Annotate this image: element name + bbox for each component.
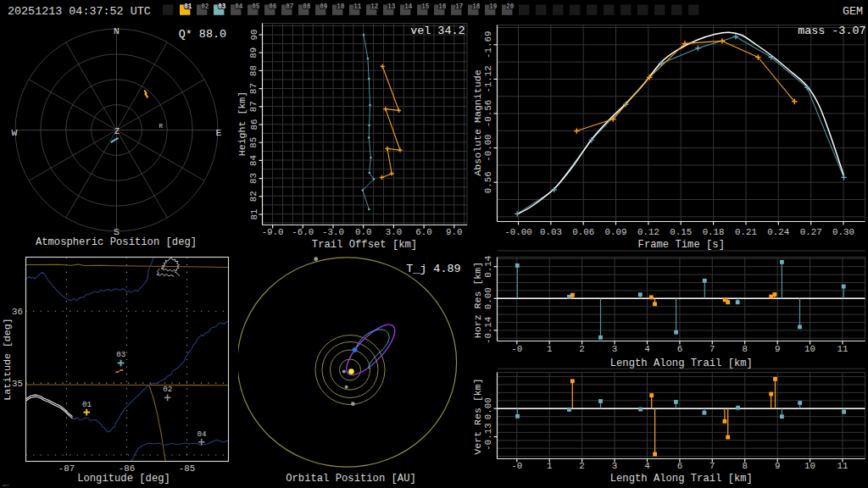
svg-text:-9.0: -9.0	[262, 227, 284, 237]
svg-text:Q* 88.0: Q* 88.0	[179, 28, 226, 41]
svg-text:-6.0: -6.0	[292, 227, 314, 237]
svg-text:10: 10	[804, 461, 815, 471]
svg-text:85: 85	[249, 137, 259, 148]
svg-text:3.0: 3.0	[386, 227, 402, 237]
svg-text:2: 2	[579, 461, 584, 471]
svg-text:R: R	[159, 123, 164, 130]
svg-text:2: 2	[579, 344, 584, 354]
svg-text:0.14: 0.14	[483, 256, 493, 278]
svg-text:-0.13: -0.13	[483, 423, 493, 450]
svg-text:3: 3	[612, 461, 617, 471]
svg-text:N: N	[114, 25, 120, 36]
svg-text:vel 34.2: vel 34.2	[410, 25, 465, 37]
svg-text:0.0: 0.0	[355, 227, 371, 237]
svg-text:Length Along Trail [km]: Length Along Trail [km]	[610, 358, 753, 369]
svg-text:04: 04	[197, 430, 207, 439]
svg-text:-3.0: -3.0	[322, 227, 344, 237]
svg-text:Z: Z	[114, 127, 120, 136]
svg-text:0.12: 0.12	[637, 227, 659, 237]
svg-text:-1.69: -1.69	[483, 31, 493, 58]
svg-text:0.09: 0.09	[605, 227, 627, 237]
svg-text:Length Along Trail [km]: Length Along Trail [km]	[610, 473, 753, 485]
svg-text:0.18: 0.18	[703, 227, 725, 237]
svg-text:11: 11	[353, 2, 361, 11]
svg-text:17: 17	[455, 2, 463, 11]
svg-text:0.27: 0.27	[800, 227, 822, 237]
svg-text:89: 89	[249, 47, 259, 58]
svg-text:GMT: GMT	[3, 484, 9, 487]
svg-text:03: 03	[116, 350, 125, 359]
svg-text:Longitude [deg]: Longitude [deg]	[77, 473, 170, 485]
svg-text:10: 10	[804, 344, 815, 354]
svg-text:14: 14	[404, 2, 412, 11]
svg-text:20251213 04:37:52 UTC: 20251213 04:37:52 UTC	[8, 5, 151, 18]
svg-text:05: 05	[252, 2, 259, 11]
svg-text:4: 4	[644, 344, 649, 354]
svg-text:0.56: 0.56	[483, 171, 493, 193]
svg-text:09: 09	[320, 2, 327, 11]
svg-text:9.0: 9.0	[446, 227, 462, 237]
svg-text:0.00: 0.00	[483, 397, 493, 419]
svg-text:GEM: GEM	[843, 5, 863, 18]
svg-text:Trail Offset [km]: Trail Offset [km]	[312, 239, 417, 251]
svg-text:9: 9	[775, 344, 780, 354]
svg-text:16: 16	[438, 2, 446, 11]
svg-text:-0: -0	[511, 344, 522, 354]
svg-text:06: 06	[269, 2, 276, 11]
svg-text:8: 8	[742, 461, 747, 471]
svg-text:-1.12: -1.12	[483, 65, 493, 92]
svg-text:3: 3	[612, 344, 617, 354]
svg-text:0.30: 0.30	[832, 227, 854, 237]
svg-text:4: 4	[644, 461, 649, 471]
svg-text:02: 02	[163, 385, 172, 394]
svg-text:9: 9	[775, 461, 780, 471]
svg-text:0.24: 0.24	[767, 227, 789, 237]
svg-text:03: 03	[218, 2, 225, 11]
svg-text:-0: -0	[511, 461, 522, 471]
svg-text:Atmospheric Position [deg]: Atmospheric Position [deg]	[36, 236, 197, 248]
svg-text:W: W	[12, 127, 18, 138]
svg-text:90: 90	[249, 30, 259, 41]
svg-text:15: 15	[421, 2, 429, 11]
svg-text:7: 7	[709, 344, 715, 354]
svg-text:1: 1	[547, 344, 552, 354]
svg-text:87: 87	[249, 101, 259, 112]
svg-text:10: 10	[337, 2, 344, 11]
svg-text:Frame Time [s]: Frame Time [s]	[638, 239, 725, 251]
svg-text:Absolute Magnitude: Absolute Magnitude	[472, 69, 483, 175]
svg-text:01: 01	[184, 2, 192, 11]
svg-text:82: 82	[249, 191, 259, 202]
svg-text:86: 86	[249, 119, 259, 130]
svg-text:Vert Res [km]: Vert Res [km]	[472, 378, 483, 454]
svg-text:35: 35	[12, 379, 23, 389]
svg-text:87: 87	[249, 83, 259, 94]
svg-text:08: 08	[303, 2, 310, 11]
svg-text:6.0: 6.0	[415, 227, 431, 237]
svg-text:7: 7	[709, 461, 715, 471]
svg-text:mass -3.07: mass -3.07	[798, 25, 865, 37]
svg-text:-0.00: -0.00	[483, 134, 493, 161]
svg-text:-87: -87	[58, 463, 75, 474]
svg-text:20: 20	[506, 2, 514, 11]
svg-text:0.21: 0.21	[735, 227, 757, 237]
svg-text:18: 18	[472, 2, 480, 11]
svg-text:6: 6	[677, 461, 682, 471]
svg-text:T_j 4.89: T_j 4.89	[406, 263, 460, 275]
svg-text:-0.00: -0.00	[504, 227, 531, 237]
svg-text:84: 84	[249, 155, 259, 166]
svg-text:0.06: 0.06	[572, 227, 594, 237]
svg-text:36: 36	[12, 307, 23, 317]
svg-text:11: 11	[837, 344, 849, 354]
svg-text:-0.14: -0.14	[483, 317, 493, 344]
svg-text:01: 01	[82, 400, 92, 409]
svg-text:-85: -85	[179, 463, 195, 474]
svg-text:-0.56: -0.56	[483, 100, 493, 127]
svg-text:02: 02	[201, 2, 209, 11]
svg-text:8: 8	[742, 344, 747, 354]
svg-text:04: 04	[235, 2, 242, 11]
svg-text:6: 6	[677, 344, 682, 354]
svg-text:0.00: 0.00	[483, 287, 493, 309]
svg-text:Height [km]: Height [km]	[236, 92, 248, 157]
svg-text:Latitude [deg]: Latitude [deg]	[2, 318, 13, 400]
svg-text:13: 13	[387, 2, 395, 11]
